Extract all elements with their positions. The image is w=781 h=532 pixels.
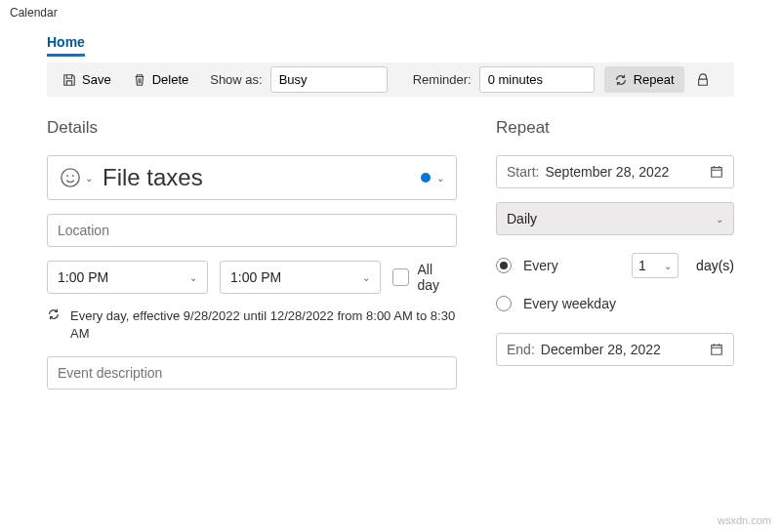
smiley-icon xyxy=(60,167,81,188)
every-label: Every xyxy=(523,258,558,273)
days-suffix: day(s) xyxy=(696,258,734,273)
chevron-down-icon: ⌄ xyxy=(436,173,444,184)
frequency-value: Daily xyxy=(507,211,537,226)
chevron-down-icon: ⌄ xyxy=(716,214,723,225)
calendar-icon xyxy=(710,343,723,356)
category-button[interactable]: ⌄ xyxy=(421,173,444,184)
app-title: Calendar xyxy=(0,0,781,25)
save-button[interactable]: Save xyxy=(53,66,121,93)
repeat-end-label: End: xyxy=(507,342,535,357)
recurrence-summary: Every day, effective 9/28/2022 until 12/… xyxy=(47,307,457,343)
every-radio[interactable] xyxy=(496,258,512,273)
chevron-down-icon: ⌄ xyxy=(189,272,197,283)
showas-label: Show as: xyxy=(200,72,267,87)
interval-stepper[interactable]: 1 ⌄ xyxy=(632,253,678,278)
event-title-row: ⌄ ⌄ xyxy=(47,155,457,200)
time-row: 1:00 PM ⌄ 1:00 PM ⌄ All day xyxy=(47,261,457,294)
watermark: wsxdn.com xyxy=(718,514,771,526)
reminder-label: Reminder: xyxy=(403,72,477,87)
details-heading: Details xyxy=(47,118,457,138)
repeat-icon xyxy=(47,307,61,321)
toolbar: Save Delete Show as: Reminder: Repeat xyxy=(47,62,734,97)
tab-bar: Home xyxy=(0,25,781,57)
svg-point-0 xyxy=(62,169,79,186)
showas-select[interactable] xyxy=(270,66,388,93)
interval-value: 1 xyxy=(638,258,646,273)
repeat-heading: Repeat xyxy=(496,118,734,138)
svg-point-2 xyxy=(72,175,74,177)
start-time-value: 1:00 PM xyxy=(58,269,108,285)
weekday-radio[interactable] xyxy=(496,296,512,311)
repeat-end-field[interactable]: End: December 28, 2022 xyxy=(496,333,734,366)
emoji-picker-button[interactable]: ⌄ xyxy=(60,167,93,188)
every-weekday-row: Every weekday xyxy=(496,296,734,311)
delete-label: Delete xyxy=(152,72,189,87)
location-input[interactable] xyxy=(47,214,457,247)
end-time-value: 1:00 PM xyxy=(230,269,281,285)
weekday-label: Every weekday xyxy=(523,296,616,311)
end-time-select[interactable]: 1:00 PM ⌄ xyxy=(220,261,381,294)
chevron-down-icon: ⌄ xyxy=(362,272,370,283)
calendar-icon xyxy=(710,165,723,179)
trash-icon xyxy=(133,73,146,87)
repeat-end-value: December 28, 2022 xyxy=(541,342,710,357)
save-label: Save xyxy=(82,72,111,87)
tab-home[interactable]: Home xyxy=(47,34,85,57)
description-input[interactable] xyxy=(47,356,457,389)
lock-icon xyxy=(696,73,710,87)
reminder-select[interactable] xyxy=(479,66,595,93)
details-panel: Details ⌄ ⌄ 1:00 PM ⌄ 1:00 PM xyxy=(47,118,457,389)
repeat-start-field[interactable]: Start: September 28, 2022 xyxy=(496,155,734,188)
allday-checkbox[interactable] xyxy=(392,268,409,286)
repeat-start-label: Start: xyxy=(507,164,539,180)
repeat-button[interactable]: Repeat xyxy=(604,66,684,93)
recurrence-text: Every day, effective 9/28/2022 until 12/… xyxy=(70,307,457,343)
repeat-start-value: September 28, 2022 xyxy=(545,164,710,180)
frequency-select[interactable]: Daily ⌄ xyxy=(496,202,734,235)
event-title-input[interactable] xyxy=(103,164,411,191)
start-time-select[interactable]: 1:00 PM ⌄ xyxy=(47,261,208,294)
category-dot-icon xyxy=(421,173,431,183)
repeat-label: Repeat xyxy=(634,72,675,87)
every-n-days-row: Every 1 ⌄ day(s) xyxy=(496,253,734,278)
repeat-icon xyxy=(614,73,628,87)
private-button[interactable] xyxy=(686,67,719,93)
chevron-down-icon: ⌄ xyxy=(85,173,93,184)
svg-point-1 xyxy=(66,175,68,177)
chevron-down-icon: ⌄ xyxy=(664,261,672,271)
allday-label: All day xyxy=(417,262,457,293)
save-icon xyxy=(62,73,76,87)
repeat-panel: Repeat Start: September 28, 2022 Daily ⌄… xyxy=(496,118,734,389)
delete-button[interactable]: Delete xyxy=(123,66,199,93)
